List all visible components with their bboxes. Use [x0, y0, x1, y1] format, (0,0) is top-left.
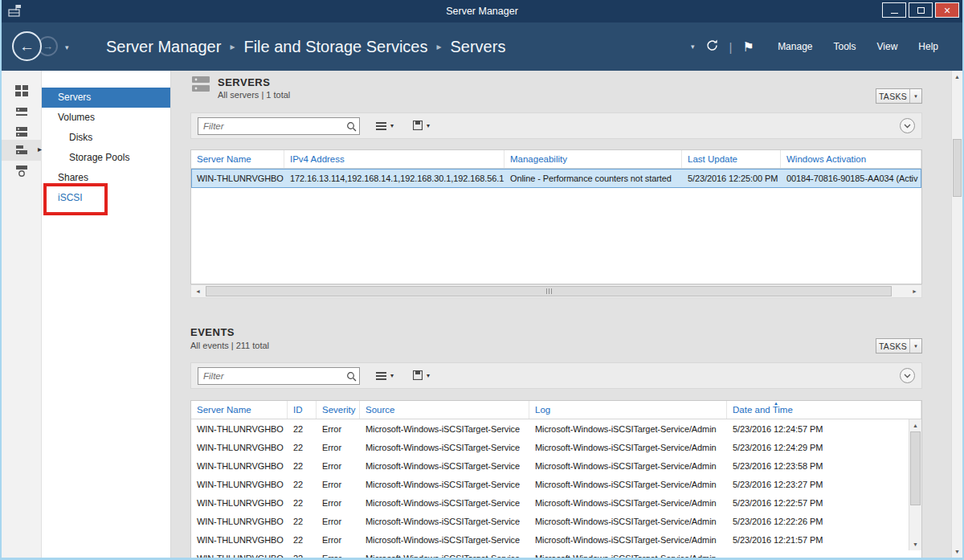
nav-local-server-icon[interactable]: [2, 101, 42, 122]
cell-source: Microsoft-Windows-iSCSITarget-Service: [360, 535, 529, 545]
thumb-grip: [551, 288, 552, 294]
sidebar-item-storage-pools[interactable]: Storage Pools: [42, 148, 170, 168]
list-icon: [376, 119, 386, 133]
cell-severity: Error: [317, 535, 360, 545]
events-collapse-button[interactable]: [900, 368, 915, 383]
scope-dropdown-caret[interactable]: ▾: [691, 43, 695, 51]
cell-date-time: 5/23/2016 12:24:57 PM: [727, 424, 921, 434]
scrollbar-thumb[interactable]: [953, 139, 962, 197]
column-server-name[interactable]: Server Name: [191, 150, 284, 168]
column-last-update[interactable]: Last Update: [682, 150, 781, 168]
scrollbar-track[interactable]: [909, 431, 921, 538]
event-row[interactable]: WIN-THLUNRVGHBO 22 Error Microsoft-Windo…: [191, 475, 921, 493]
scroll-down-button[interactable]: ▼: [952, 546, 962, 558]
cell-server-name: WIN-THLUNRVGHBO: [191, 554, 288, 558]
nav-file-storage-services-icon[interactable]: ▸: [2, 140, 42, 161]
title-bar: Server Manager ×: [2, 0, 962, 22]
column-log[interactable]: Log: [529, 401, 727, 419]
nav-services-icon[interactable]: [2, 161, 42, 182]
cell-log: Microsoft-Windows-iSCSITarget-Service/Ad…: [529, 535, 727, 545]
servers-tasks-button[interactable]: TASKS ▼: [876, 88, 922, 104]
cell-log: Microsoft-Windows-iSCSITarget-Service/Ad…: [529, 424, 727, 434]
minimize-button[interactable]: [882, 2, 906, 18]
cell-severity: Error: [317, 443, 360, 452]
column-windows-activation[interactable]: Windows Activation: [781, 150, 921, 168]
events-save-query-button[interactable]: ▾: [410, 366, 433, 386]
events-filter-wrap: [198, 367, 360, 385]
refresh-button[interactable]: [705, 39, 719, 55]
save-icon: [413, 119, 423, 133]
column-ipv4-address[interactable]: IPv4 Address: [284, 150, 504, 168]
column-manageability[interactable]: Manageability: [504, 150, 682, 168]
search-icon: [346, 370, 357, 385]
search-icon: [346, 121, 357, 135]
server-row[interactable]: WIN-THLUNRVGHBO 172.16.13.114,192.168.14…: [191, 169, 921, 188]
cell-log: Microsoft-Windows-iSCSITarget-Service/Ad…: [529, 461, 727, 471]
dropdown-caret-icon: ▾: [390, 122, 394, 129]
scroll-down-button[interactable]: ▼: [909, 538, 921, 550]
scroll-right-button[interactable]: ►: [908, 285, 921, 297]
sidebar-item-servers[interactable]: Servers: [42, 88, 170, 108]
events-vertical-scrollbar: ▲ ▼: [909, 419, 921, 550]
breadcrumb-item-server-manager[interactable]: Server Manager: [106, 38, 221, 56]
sidebar-item-disks[interactable]: Disks: [42, 128, 170, 148]
event-row[interactable]: WIN-THLUNRVGHBO 22 Error Microsoft-Windo…: [191, 438, 921, 456]
servers-tasks-label: TASKS: [876, 92, 909, 101]
breadcrumb-item-file-and-storage-services[interactable]: File and Storage Services: [243, 38, 427, 56]
menu-manage[interactable]: Manage: [778, 41, 812, 52]
cell-server-name: WIN-THLUNRVGHBO: [191, 517, 288, 526]
event-row[interactable]: WIN-THLUNRVGHBO 22 Error Microsoft-Windo…: [191, 419, 921, 438]
event-row[interactable]: WIN-THLUNRVGHBO 22 Error Microsoft-Windo…: [191, 512, 921, 530]
event-row[interactable]: WIN-THLUNRVGHBO 22 Error Microsoft-Windo…: [191, 456, 921, 475]
menu-help[interactable]: Help: [918, 41, 938, 52]
scroll-up-button[interactable]: ▲: [952, 71, 962, 83]
cell-server-name: WIN-THLUNRVGHBO: [191, 461, 288, 471]
servers-collapse-button[interactable]: [900, 118, 915, 133]
notifications-flag-icon[interactable]: ⚑: [742, 39, 754, 55]
menu-tools[interactable]: Tools: [834, 41, 856, 52]
scroll-up-button[interactable]: ▲: [909, 419, 921, 431]
cell-source: Microsoft-Windows-iSCSITarget-Service: [360, 443, 529, 452]
events-tasks-label: TASKS: [876, 341, 909, 351]
events-table: Server Name ID Severity Source Log ▲ Dat…: [190, 400, 922, 558]
nav-dashboard-icon[interactable]: [2, 80, 42, 101]
scroll-left-button[interactable]: ◄: [191, 285, 205, 297]
history-dropdown-caret[interactable]: ▾: [65, 43, 69, 51]
close-icon: ×: [944, 5, 950, 16]
column-id[interactable]: ID: [288, 401, 317, 419]
column-server-name[interactable]: Server Name: [191, 401, 288, 419]
maximize-button[interactable]: [909, 2, 933, 18]
cell-severity: Error: [317, 424, 360, 434]
scrollbar-track[interactable]: [205, 285, 908, 297]
close-button[interactable]: ×: [935, 2, 959, 18]
back-button[interactable]: ←: [12, 31, 42, 61]
breadcrumb-item-servers[interactable]: Servers: [450, 38, 505, 56]
sidebar-item-volumes[interactable]: Volumes: [42, 108, 170, 128]
events-list-options-button[interactable]: ▾: [373, 366, 397, 386]
cell-log: Microsoft-Windows-iSCSITarget-Service/Ad…: [529, 480, 727, 489]
sidebar: Servers Volumes Disks Storage Pools Shar…: [42, 71, 171, 558]
event-row[interactable]: WIN-THLUNRVGHBO 22 Error Microsoft-Windo…: [191, 530, 921, 549]
maximize-icon: [917, 7, 925, 14]
servers-panel-title: SERVERS: [218, 76, 270, 88]
events-panel-subtitle: All events | 211 total: [190, 341, 269, 350]
column-severity[interactable]: Severity: [317, 401, 360, 419]
servers-save-query-button[interactable]: ▾: [410, 116, 433, 136]
scrollbar-track[interactable]: [952, 83, 962, 546]
events-filter-input[interactable]: [198, 367, 360, 385]
events-tasks-button[interactable]: TASKS ▼: [876, 338, 922, 354]
menu-view[interactable]: View: [877, 41, 898, 52]
column-date-and-time[interactable]: ▲ Date and Time: [727, 401, 921, 419]
column-source[interactable]: Source: [360, 401, 529, 419]
cell-source: Microsoft-Windows-iSCSITarget-Service: [360, 517, 529, 526]
scrollbar-thumb[interactable]: [910, 431, 921, 505]
cell-severity: Error: [317, 461, 360, 471]
scrollbar-thumb[interactable]: [206, 286, 892, 296]
cell-severity: Error: [317, 554, 360, 558]
servers-list-options-button[interactable]: ▾: [373, 116, 397, 136]
event-row[interactable]: WIN-THLUNRVGHBO 22 Error Microsoft-Windo…: [191, 549, 921, 558]
event-row[interactable]: WIN-THLUNRVGHBO 22 Error Microsoft-Windo…: [191, 493, 921, 512]
cell-source: Microsoft-Windows-iSCSITarget-Service: [360, 461, 529, 471]
cell-id: 22: [288, 554, 317, 558]
servers-filter-input[interactable]: [198, 117, 360, 135]
